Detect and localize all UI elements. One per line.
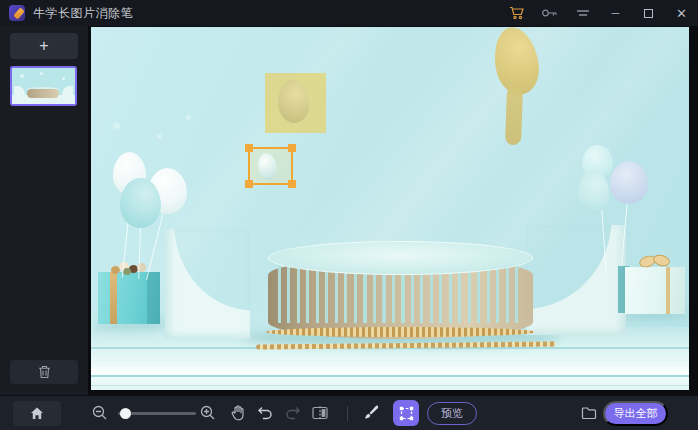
gift-ribbon [110, 272, 117, 324]
home-button[interactable] [13, 401, 61, 426]
thumbnail-podium [27, 89, 59, 98]
app-logo-icon [9, 5, 25, 21]
thumbnail-ramp-left [14, 86, 25, 98]
trash-icon [38, 365, 51, 379]
open-folder-button[interactable] [581, 406, 597, 420]
gift-bow [652, 253, 671, 268]
ramp-right [526, 225, 626, 335]
cart-icon[interactable] [500, 0, 533, 26]
balloon-mint-right-2 [578, 170, 609, 213]
bubble-decoration [113, 122, 120, 129]
balloon-blue-right [610, 161, 648, 204]
key-icon[interactable] [533, 0, 566, 26]
gift-box-left [98, 272, 160, 324]
titlebar: 牛学长图片消除笔 ─ ✕ [0, 0, 698, 26]
undo-button[interactable] [257, 406, 273, 420]
dried-flowers [109, 260, 149, 276]
thumbnail-balloon-dot [62, 77, 65, 80]
marquee-select-icon [399, 406, 414, 421]
home-icon [30, 407, 44, 420]
zoom-slider[interactable] [118, 412, 196, 415]
image-list-sidebar: + [0, 26, 88, 395]
folder-icon [581, 406, 597, 420]
floor-line [91, 385, 689, 386]
redo-button[interactable] [285, 406, 301, 420]
compare-button[interactable] [312, 406, 328, 421]
zoom-in-button[interactable] [200, 405, 216, 421]
bubble-decoration [157, 134, 162, 139]
podium-top-surface [268, 241, 533, 275]
selection-handle-bl[interactable] [245, 180, 253, 188]
marquee-tool-button[interactable] [393, 400, 419, 426]
compare-icon [312, 406, 328, 421]
balloon-teal-left [120, 178, 161, 228]
maximize-icon [644, 9, 653, 18]
editing-image[interactable] [91, 27, 689, 390]
selection-handle-tr[interactable] [288, 144, 296, 152]
preview-button[interactable]: 预览 [427, 402, 477, 425]
thumbnail-balloon-dot [40, 72, 43, 75]
gift-box-side [147, 272, 160, 324]
highlight-balloon-tail [505, 87, 523, 146]
canvas-area [88, 26, 698, 395]
bottom-toolbar: 预览 导出全部 [0, 395, 698, 430]
zoom-in-icon [200, 405, 216, 421]
undo-icon [257, 406, 273, 420]
podium-cylinder [268, 241, 533, 339]
brush-icon [363, 405, 380, 422]
app-window: 牛学长图片消除笔 ─ ✕ [0, 0, 698, 430]
floor-line [91, 375, 689, 377]
add-image-button[interactable]: + [10, 33, 78, 59]
redo-icon [285, 406, 301, 420]
hand-tool-button[interactable] [231, 405, 246, 421]
menu-icon[interactable] [566, 0, 599, 26]
thumbnail-ramp-right [62, 86, 73, 98]
highlight-region-square [265, 73, 326, 133]
selected-balloon [256, 152, 279, 182]
ramp-left [165, 229, 250, 339]
close-button[interactable]: ✕ [665, 0, 698, 26]
zoom-out-button[interactable] [92, 405, 108, 421]
window-title: 牛学长图片消除笔 [33, 5, 133, 22]
hand-icon [231, 405, 246, 421]
delete-image-button[interactable] [10, 360, 78, 384]
zoom-slider-knob[interactable] [120, 408, 131, 419]
toolbar-divider [347, 406, 348, 421]
gift-ribbon [666, 267, 670, 314]
flower [123, 268, 131, 275]
thumbnail-balloon-dot [20, 74, 24, 78]
minimize-button[interactable]: ─ [599, 0, 632, 26]
selection-box[interactable] [248, 147, 293, 185]
export-all-button[interactable]: 导出全部 [603, 401, 668, 426]
selection-handle-br[interactable] [288, 180, 296, 188]
image-thumbnail[interactable] [10, 66, 77, 106]
podium-gold-trim [266, 327, 535, 337]
selection-handle-tl[interactable] [245, 144, 253, 152]
zoom-out-icon [92, 405, 108, 421]
gift-box-right [625, 267, 685, 314]
floor-band [91, 367, 689, 375]
maximize-button[interactable] [632, 0, 665, 26]
brush-tool-button[interactable] [363, 405, 380, 422]
titlebar-actions: ─ ✕ [500, 0, 698, 26]
bubble-decoration [186, 115, 191, 120]
highlighted-balloon [276, 79, 311, 125]
